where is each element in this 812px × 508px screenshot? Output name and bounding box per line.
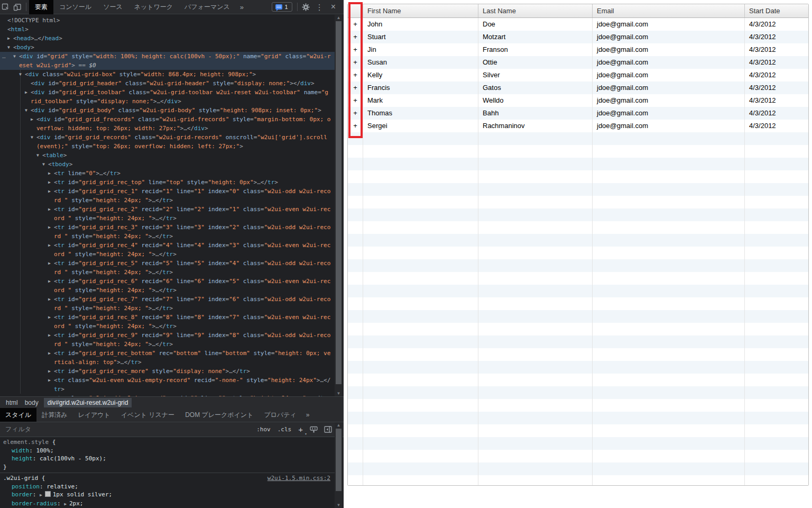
breadcrumb-item[interactable]: body (24, 398, 40, 407)
css-property[interactable]: border: ▶ 1px solid silver; (3, 491, 331, 500)
expand-arrow-icon[interactable]: ▶ (48, 277, 51, 286)
scroll-up-arrow[interactable]: ▲ (335, 422, 343, 428)
sidebar-tab[interactable]: プロパティ (259, 408, 301, 422)
css-rule[interactable]: .w2ui-grid {w2ui-1.5.min.css:2position: … (0, 473, 335, 508)
grid-cell[interactable]: jdoe@gmail.com (593, 94, 745, 107)
scroll-down-arrow[interactable]: ▼ (335, 391, 343, 396)
console-messages-badge[interactable]: 1 (272, 2, 292, 12)
expand-shorthand-icon[interactable]: ▶ (64, 502, 69, 506)
dom-tree-node[interactable]: <div id="grid_grid_body" class="w2ui-gri… (0, 106, 335, 115)
dom-tree-node[interactable]: <tr id="grid_grid_rec_top" line="top" st… (0, 178, 335, 187)
expand-arrow-icon[interactable]: ▶ (48, 241, 51, 250)
grid-cell[interactable]: John (363, 18, 478, 31)
kebab-menu-icon[interactable]: ⋮ (312, 3, 327, 11)
dom-tree-node[interactable]: <tr id="grid_grid_rec_5" recid="5" line=… (0, 259, 335, 277)
grid-cell[interactable]: 4/3/2012 (745, 56, 808, 69)
dom-tree-node[interactable]: <html> (0, 25, 335, 34)
dom-tree-node[interactable]: <tr line="0">…</tr>▶ (0, 169, 335, 178)
css-rule[interactable]: element.style {width: 100%;height: calc(… (0, 437, 335, 473)
devtools-tab[interactable]: ネットワーク (128, 0, 179, 14)
sidebar-tab[interactable]: イベント リスナー (116, 408, 180, 422)
more-tabs-chevron[interactable]: » (236, 3, 248, 11)
dom-tree-node[interactable]: <tr id="grid_grid_rec_more" style="displ… (0, 367, 335, 376)
grid-cell[interactable]: Stuart (363, 31, 478, 43)
dom-tree-node[interactable]: <tr id="grid_grid_rec_9" recid="9" line=… (0, 331, 335, 349)
grid-cell[interactable]: jdoe@gmail.com (593, 43, 745, 56)
computed-sidebar-toggle-icon[interactable] (324, 426, 332, 433)
grid-cell[interactable]: jdoe@gmail.com (593, 18, 745, 31)
grid-cell[interactable]: 4/3/2012 (745, 107, 808, 120)
dom-tree-node[interactable]: <tr id="grid_grid_rec_3" recid="3" line=… (0, 223, 335, 241)
scroll-down-arrow[interactable]: ▼ (335, 502, 343, 508)
breadcrumb-item[interactable]: div#grid.w2ui-reset.w2ui-grid (44, 398, 132, 407)
grid-row[interactable]: +JohnDoejdoe@gmail.com4/3/2012 (348, 18, 808, 31)
dom-tree-node[interactable]: <div id="grid_grid_toolbar" class="w2ui-… (0, 88, 335, 106)
sidebar-tab[interactable]: スタイル (0, 408, 36, 422)
expand-shorthand-icon[interactable]: ▶ (40, 493, 45, 497)
grid-cell[interactable]: 4/3/2012 (745, 120, 808, 132)
grid-cell[interactable]: Motzart (478, 31, 593, 43)
grid-row[interactable]: +KellySilverjdoe@gmail.com4/3/2012 (348, 69, 808, 81)
devtools-tab[interactable]: 要素 (29, 0, 53, 14)
css-property[interactable]: height: calc(100vh - 50px); (3, 455, 331, 463)
grid-cell[interactable]: 4/3/2012 (745, 31, 808, 43)
dom-tree-node[interactable]: <head>…</head>▶ (0, 34, 335, 43)
dom-tree-node[interactable]: <tr id="grid_grid_rec_8" recid="8" line=… (0, 313, 335, 331)
collapse-arrow-icon[interactable]: ▼ (36, 151, 39, 160)
sidebar-tab[interactable]: 計算済み (36, 408, 72, 422)
expand-row-button[interactable]: + (348, 107, 363, 120)
styles-filter-input[interactable]: フィルタ (5, 425, 256, 434)
grid-cell[interactable]: jdoe@gmail.com (593, 107, 745, 120)
grid-cell[interactable]: Mark (363, 94, 478, 107)
expand-arrow-icon[interactable]: ▶ (48, 205, 51, 214)
grid-header-cell[interactable]: Start Date (745, 4, 808, 17)
dom-tree-node[interactable]: <body>▼ (0, 43, 335, 52)
expand-arrow-icon[interactable]: ▶ (48, 313, 51, 322)
grid-cell[interactable]: Francis (363, 81, 478, 94)
elements-scrollbar[interactable]: ▲ ▼ (335, 15, 343, 396)
dom-tree-node[interactable]: <tr id="grid_grid_rec_2" recid="2" line=… (0, 205, 335, 223)
grid-cell[interactable]: Sergei (363, 120, 478, 132)
devtools-tab[interactable]: コンソール (53, 0, 97, 14)
collapse-arrow-icon[interactable]: ▼ (42, 160, 45, 169)
grid-cell[interactable]: Gatos (478, 81, 593, 94)
new-style-rule-button[interactable]: + (298, 425, 303, 434)
expand-arrow-icon[interactable]: ▶ (48, 331, 51, 340)
collapse-arrow-icon[interactable]: ▼ (19, 70, 22, 79)
scrollbar-thumb[interactable] (336, 429, 342, 491)
devtools-tab[interactable]: パフォーマンス (179, 0, 236, 14)
sidebar-tab[interactable]: レイアウト (72, 408, 115, 422)
dom-tree-node[interactable]: <div id="grid_grid_records" class="w2ui-… (0, 133, 335, 151)
breadcrumb-item[interactable]: html (5, 398, 19, 407)
styles-scrollbar[interactable]: ▲ ▼ (335, 422, 343, 508)
dom-tree-node[interactable]: <div id="grid_grid_header" class="w2ui-g… (0, 79, 335, 88)
expand-arrow-icon[interactable]: ▶ (48, 187, 51, 196)
scroll-up-arrow[interactable]: ▲ (335, 15, 343, 21)
settings-gear-icon[interactable] (300, 2, 312, 12)
grid-row[interactable]: +SusanOttiejdoe@gmail.com4/3/2012 (348, 56, 808, 69)
expand-arrow-icon[interactable]: ▶ (48, 223, 51, 232)
dom-tree-node[interactable]: <tr id="grid_grid_rec_1" recid="1" line=… (0, 187, 335, 205)
grid-cell[interactable]: Ottie (478, 56, 593, 69)
grid-row[interactable]: +SergeiRachmaninovjdoe@gmail.com4/3/2012 (348, 120, 808, 132)
expand-arrow-icon[interactable]: ▶ (48, 178, 51, 187)
expand-row-button[interactable]: + (348, 81, 363, 94)
grid-cell[interactable]: Doe (478, 18, 593, 31)
css-selector[interactable]: element.style (3, 439, 49, 446)
inspect-element-icon[interactable] (0, 2, 12, 12)
grid-cell[interactable]: 4/3/2012 (745, 81, 808, 94)
grid-cell[interactable]: 4/3/2012 (745, 18, 808, 31)
node-options-ellipsis[interactable]: … (2, 52, 6, 61)
grid-cell[interactable]: Silver (478, 69, 593, 81)
grid-cell[interactable]: jdoe@gmail.com (593, 81, 745, 94)
css-selector[interactable]: .w2ui-grid (3, 475, 38, 482)
expand-row-button[interactable]: + (348, 94, 363, 107)
expand-arrow-icon[interactable]: ▶ (48, 349, 51, 358)
css-property[interactable]: border-radius: ▶ 2px; (3, 500, 331, 508)
grid-cell[interactable]: 4/3/2012 (745, 43, 808, 56)
grid-cell[interactable]: 4/3/2012 (745, 94, 808, 107)
expand-arrow-icon[interactable]: ▶ (48, 259, 51, 268)
expand-row-button[interactable]: + (348, 18, 363, 31)
expand-arrow-icon[interactable]: ▶ (25, 88, 27, 97)
collapse-arrow-icon[interactable]: ▼ (7, 43, 10, 52)
